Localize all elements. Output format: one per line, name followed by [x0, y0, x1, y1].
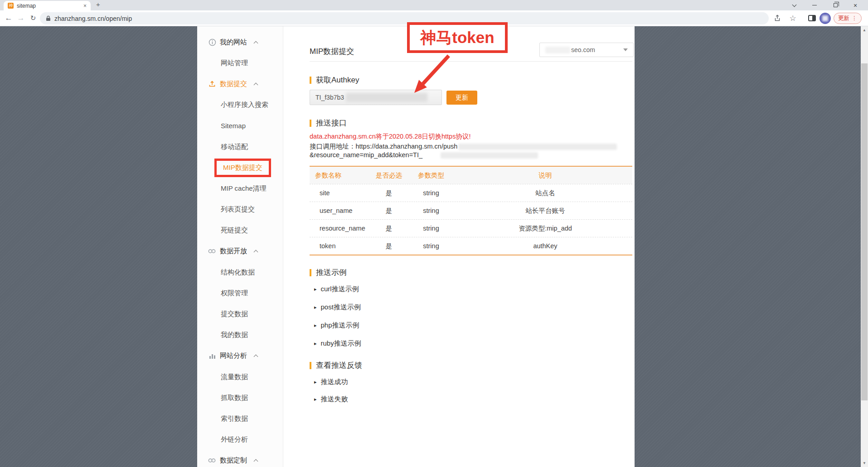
- sidebar-item-structured-data[interactable]: 结构化数据: [197, 262, 283, 283]
- scrollbar-thumb[interactable]: [861, 63, 868, 400]
- restore-icon: [834, 3, 838, 7]
- expand-triangle-icon: ▸: [314, 305, 317, 310]
- chevron-up-icon: [254, 41, 258, 45]
- site-selector-dropdown[interactable]: seo.com: [539, 43, 634, 57]
- section-bar: [310, 362, 311, 369]
- sidebar-item-permission-management[interactable]: 权限管理: [197, 283, 283, 303]
- site-selector-value: seo.com: [571, 46, 595, 53]
- back-button[interactable]: ←: [3, 10, 15, 26]
- section-bar: [310, 77, 311, 84]
- section-bar: [310, 269, 311, 276]
- sidebar-item-external-link-analysis[interactable]: 外链分析: [197, 429, 283, 450]
- example-toggle-php[interactable]: ▸ php推送示例: [314, 321, 359, 330]
- authkey-token-prefix: TI_f3b7b3: [315, 94, 344, 101]
- tab-title: sitemap: [17, 3, 36, 9]
- dropdown-caret-icon: [623, 48, 628, 51]
- sidebar-item-dead-link-submission[interactable]: 死链提交: [197, 220, 283, 241]
- sidebar-item-my-data[interactable]: 我的数据: [197, 325, 283, 346]
- sidebar-item-mobile-adaptation[interactable]: 移动适配: [197, 136, 283, 157]
- sidebar-group-data-customization[interactable]: 数据定制: [197, 450, 283, 467]
- redacted-token-blur: [441, 152, 538, 159]
- section-header-feedback: 查看推送反馈: [310, 360, 362, 371]
- share-icon: [774, 14, 781, 22]
- dim-overlay-right: [635, 26, 861, 467]
- lock-icon: [46, 15, 51, 21]
- update-pill[interactable]: 更新 ⋮: [834, 13, 862, 24]
- example-toggle-ruby[interactable]: ▸ ruby推送示例: [314, 339, 361, 348]
- update-label: 更新: [838, 14, 849, 22]
- feedback-toggle-success[interactable]: ▸ 推送成功: [314, 377, 348, 386]
- expand-triangle-icon: ▸: [314, 397, 317, 402]
- sidebar-item-site-management[interactable]: 网站管理: [197, 53, 283, 73]
- chrome-update-menu[interactable]: 更新 ⋮: [833, 10, 862, 26]
- section-bar: [310, 120, 311, 127]
- section-header-examples: 推送示例: [310, 267, 347, 278]
- window-minimize-button[interactable]: [808, 0, 821, 10]
- dim-overlay-left: [0, 26, 197, 467]
- chevron-up-icon: [254, 459, 258, 464]
- sidebar-item-miniprogram-search[interactable]: 小程序接入搜索: [197, 95, 283, 116]
- scrollbar-down-icon[interactable]: ▼: [861, 459, 868, 467]
- window-chevron-button[interactable]: [787, 0, 801, 10]
- url-text: zhanzhang.sm.cn/open/mip: [54, 15, 132, 22]
- sidebar-item-index-data[interactable]: 索引数据: [197, 408, 283, 429]
- sidebar-group-my-website[interactable]: 我的网站: [197, 32, 283, 53]
- window-restore-button[interactable]: [829, 0, 842, 10]
- page-scrollbar[interactable]: ▲ ▼: [861, 26, 868, 467]
- title-divider: [310, 61, 632, 62]
- bookmark-star-button[interactable]: ☆: [787, 10, 799, 26]
- expand-triangle-icon: ▸: [314, 341, 317, 346]
- info-icon: [208, 38, 216, 46]
- redacted-domain-blur: [545, 47, 570, 53]
- browser-tab[interactable]: 神 sitemap ×: [4, 1, 91, 10]
- table-row: site 是 string 站点名: [310, 184, 632, 202]
- chevron-up-icon: [254, 250, 258, 255]
- sidebar-group-site-analysis[interactable]: 网站分析: [197, 346, 283, 366]
- table-row: resource_name 是 string 资源类型:mip_add: [310, 219, 632, 237]
- sidebar-item-traffic-data[interactable]: 流量数据: [197, 366, 283, 387]
- section-header-authkey: 获取Authkey: [310, 75, 359, 85]
- tab-close-icon[interactable]: ×: [83, 3, 87, 9]
- annotation-label: 神马token: [420, 27, 494, 48]
- table-row: user_name 是 string 站长平台账号: [310, 202, 632, 219]
- scrollbar-up-icon[interactable]: ▲: [861, 26, 868, 34]
- sidebar-item-list-page-submission[interactable]: 列表页提交: [197, 199, 283, 220]
- address-bar[interactable]: zhanzhang.sm.cn/open/mip: [40, 12, 769, 24]
- favicon-icon: 神: [8, 3, 14, 9]
- api-url-line2: &resource_name=mip_add&token=TI_: [310, 151, 538, 159]
- share-button[interactable]: [771, 10, 783, 26]
- chevron-up-icon: [254, 355, 258, 359]
- annotation-highlight-box: MIP数据提交: [214, 159, 271, 177]
- sidebar-item-crawl-data[interactable]: 抓取数据: [197, 387, 283, 408]
- profile-avatar[interactable]: [819, 10, 832, 26]
- side-panel-icon: [808, 15, 816, 21]
- screen: 神 sitemap × + × ← → ↻ zhanzhang.sm.cn/op…: [0, 0, 868, 467]
- avatar: [820, 13, 831, 24]
- sidebar-item-mip-cache-clean[interactable]: MIP cache清理: [197, 178, 283, 199]
- sidebar-item-sitemap[interactable]: Sitemap: [197, 116, 283, 136]
- sidebar-item-mip-data-submission[interactable]: MIP数据提交: [197, 157, 283, 178]
- redacted-url-blur: [458, 144, 617, 150]
- example-toggle-post[interactable]: ▸ post推送示例: [314, 303, 361, 312]
- api-url-line1: 接口调用地址：https://data.zhanzhang.sm.cn/push: [310, 142, 617, 151]
- reload-button[interactable]: ↻: [27, 10, 39, 26]
- link-icon: [208, 457, 216, 465]
- section-header-push-api: 推送接口: [310, 118, 347, 128]
- chevron-down-icon: [792, 2, 796, 7]
- expand-triangle-icon: ▸: [314, 380, 317, 385]
- feedback-toggle-fail[interactable]: ▸ 推送失败: [314, 395, 348, 404]
- forward-button[interactable]: →: [15, 10, 27, 26]
- new-tab-button[interactable]: +: [96, 0, 100, 8]
- sidebar-item-submit-data[interactable]: 提交数据: [197, 303, 283, 324]
- sidebar-group-data-open[interactable]: 数据开放: [197, 241, 283, 262]
- example-toggle-curl[interactable]: ▸ curl推送示例: [314, 284, 359, 294]
- annotation-arrow: [403, 52, 462, 102]
- chevron-up-icon: [254, 83, 258, 87]
- kebab-menu-icon: ⋮: [852, 15, 857, 21]
- window-close-button[interactable]: ×: [849, 0, 862, 10]
- expand-triangle-icon: ▸: [314, 323, 317, 328]
- table-header-row: 参数名称 是否必选 参数类型 说明: [310, 167, 632, 184]
- side-panel-button[interactable]: [806, 10, 818, 26]
- page-title: MIP数据提交: [310, 46, 354, 57]
- sidebar-group-data-submission[interactable]: 数据提交: [197, 73, 283, 94]
